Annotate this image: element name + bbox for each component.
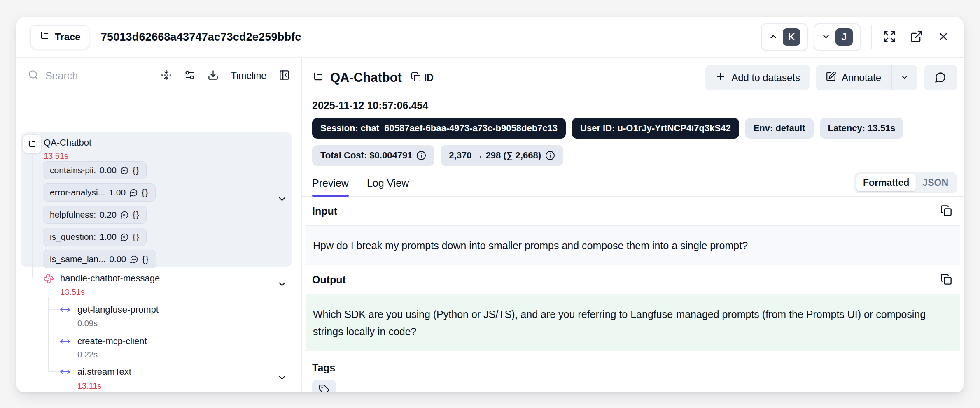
score-badge[interactable]: helpfulness:0.20{} — [43, 206, 147, 224]
score-badge[interactable]: is_question:1.00{} — [43, 228, 147, 246]
dark-meta-badge[interactable]: Session: chat_60587aef-6baa-4973-a73c-b9… — [312, 118, 566, 139]
timeline-label: Timeline — [231, 70, 266, 81]
span-icon — [60, 304, 70, 315]
toggle-formatted[interactable]: Formatted — [856, 174, 916, 191]
shortcut-j-key: J — [835, 28, 853, 46]
metric-badge[interactable]: Total Cost: $0.004791 — [312, 145, 434, 166]
input-content: Hpw do I break my prompts down into smal… — [306, 225, 960, 265]
external-link-icon — [910, 30, 923, 44]
tree-node-label[interactable]: handle-chatbot-message — [60, 273, 160, 284]
tree-node-label[interactable]: ai.streamText — [77, 366, 131, 377]
tags-section-title: Tags — [312, 362, 336, 374]
metadata-braces: {} — [133, 210, 140, 220]
format-toggle: FormattedJSON — [854, 172, 957, 193]
dark-meta-badge[interactable]: User ID: u-O1rJy-YrtNCP4i7q3kS42 — [572, 118, 739, 139]
comments-button[interactable] — [924, 65, 957, 90]
trace-metric-badges: Total Cost: $0.0047912,370 → 298 (∑ 2,66… — [312, 145, 957, 166]
comment-bubble-icon — [120, 166, 129, 175]
tree-toolbar: Search Timeline — [16, 58, 301, 94]
search-icon — [28, 70, 39, 82]
comment-bubble-icon — [120, 211, 129, 219]
metadata-braces: {} — [133, 166, 140, 175]
expand-button[interactable] — [883, 30, 896, 44]
span-icon — [60, 336, 70, 347]
topbar-divider — [871, 25, 872, 49]
tree-guide-line — [48, 297, 49, 372]
trace-timestamp: 2025-11-12 10:57:06.454 — [312, 100, 964, 111]
timeline-toggle[interactable]: Timeline — [231, 70, 266, 81]
close-icon — [937, 30, 950, 44]
tab-preview[interactable]: Preview — [312, 177, 349, 196]
tree-node-label[interactable]: create-mcp-client — [77, 336, 147, 347]
copy-id-button[interactable]: ID — [411, 72, 434, 83]
output-section-title: Output — [312, 274, 346, 286]
annotate-button[interactable]: Annotate — [816, 65, 891, 90]
info-icon[interactable] — [545, 151, 555, 160]
trace-tree-sidebar: Search Timeline QA-Chatbot13.51scontains… — [16, 58, 302, 392]
score-value: 1.00 — [100, 232, 117, 242]
score-badge[interactable]: contains-pii:0.00{} — [43, 161, 147, 179]
tree-root-label[interactable]: QA-Chatbot — [44, 137, 91, 148]
copy-input-button[interactable] — [940, 205, 952, 218]
light-meta-badge[interactable]: Env: default — [745, 118, 814, 139]
metric-badge[interactable]: 2,370 → 298 (∑ 2,668) — [441, 145, 563, 166]
score-name: is_question: — [50, 232, 96, 242]
comment-bubble-icon — [120, 233, 129, 241]
list-tree-icon[interactable] — [23, 135, 41, 153]
download-button[interactable] — [208, 70, 219, 82]
add-to-datasets-button[interactable]: Add to datasets — [705, 65, 810, 90]
chevron-down-icon[interactable] — [277, 194, 287, 206]
settings-icon — [184, 70, 195, 82]
comment-bubble-icon — [129, 188, 138, 197]
info-icon[interactable] — [416, 151, 426, 160]
light-meta-badge[interactable]: Latency: 13.51s — [820, 118, 904, 139]
collapse-sidebar-button[interactable] — [279, 70, 290, 82]
chevron-down-icon[interactable] — [277, 279, 287, 291]
metadata-braces: {} — [142, 188, 149, 197]
tag-icon — [319, 384, 329, 393]
tree-root-duration: 13.51s — [44, 151, 68, 161]
tree-guide-line — [48, 371, 59, 372]
score-name: is_same_lan... — [50, 254, 105, 264]
search-input[interactable]: Search — [28, 70, 152, 82]
tab-log-view[interactable]: Log View — [367, 177, 409, 196]
copy-icon — [940, 274, 952, 286]
tree-settings-button[interactable] — [184, 70, 195, 82]
score-name: helpfulness: — [50, 210, 96, 220]
add-to-datasets-label: Add to datasets — [731, 72, 800, 83]
score-value: 0.00 — [109, 254, 126, 264]
collapse-all-button[interactable] — [161, 70, 172, 82]
trace-tree: QA-Chatbot13.51scontains-pii:0.00{}error… — [16, 94, 301, 392]
trace-meta-badges: Session: chat_60587aef-6baa-4973-a73c-b9… — [312, 118, 957, 139]
add-tag-button[interactable] — [312, 380, 336, 392]
score-value: 0.20 — [100, 210, 117, 220]
metadata-braces: {} — [142, 255, 149, 264]
open-external-button[interactable] — [910, 30, 923, 44]
view-tabs-row: PreviewLog View FormattedJSON — [302, 172, 964, 197]
previous-trace-button[interactable]: K — [761, 23, 808, 51]
chevron-down-icon[interactable] — [277, 372, 287, 385]
edit-icon — [826, 71, 836, 84]
toggle-json[interactable]: JSON — [916, 174, 955, 191]
chevron-down-icon — [900, 73, 909, 83]
trace-detail-window: Trace 75013d62668a43747ac73cd2e259bbfc K… — [16, 17, 964, 392]
id-label: ID — [424, 72, 434, 83]
close-button[interactable] — [937, 30, 950, 44]
expand-icon — [883, 30, 896, 44]
trace-type-label: Trace — [55, 31, 81, 43]
panel-close-icon — [279, 70, 290, 82]
tree-guide-line — [48, 309, 59, 310]
search-placeholder: Search — [45, 70, 78, 82]
tree-node-label[interactable]: get-langfuse-prompt — [77, 304, 159, 315]
chevron-down-icon — [821, 32, 831, 42]
score-badge[interactable]: error-analysi...1.00{} — [43, 183, 156, 202]
copy-icon — [411, 72, 421, 83]
score-badge[interactable]: is_same_lan...0.00{} — [43, 250, 156, 268]
copy-output-button[interactable] — [940, 274, 952, 286]
input-section-title: Input — [312, 205, 337, 217]
comment-bubble-icon — [935, 72, 946, 84]
next-trace-button[interactable]: J — [814, 23, 861, 51]
annotate-dropdown-button[interactable] — [891, 65, 917, 90]
metadata-braces: {} — [133, 232, 140, 242]
trace-title: QA-Chatbot — [330, 70, 402, 85]
